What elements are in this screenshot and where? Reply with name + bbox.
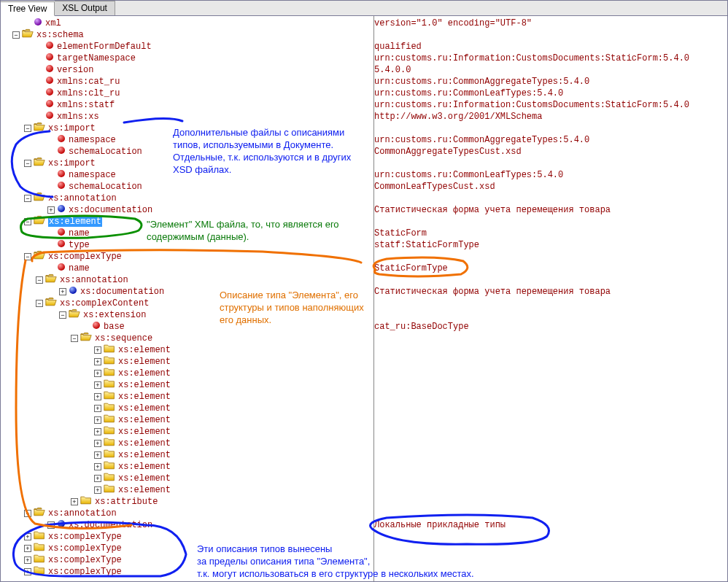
tree-row[interactable]: schemaLocation: [1, 146, 373, 158]
tree-node-label[interactable]: schemaLocation: [69, 147, 142, 157]
tree-row[interactable]: base: [1, 321, 373, 333]
tree-node-label[interactable]: xs:attribute: [95, 497, 158, 507]
tree-row[interactable]: xmlns:xs: [1, 111, 373, 123]
tree-row[interactable]: +xs:documentation: [1, 204, 373, 216]
tree-row[interactable]: −xs:annotation: [1, 274, 373, 286]
tree-node-label[interactable]: xs:element: [118, 438, 171, 449]
tree-node-label[interactable]: xs:element: [118, 473, 171, 484]
tree-row[interactable]: xmlns:cat_ru: [1, 76, 373, 88]
tree-node-label[interactable]: type: [69, 240, 90, 250]
tree-toggle[interactable]: −: [24, 253, 31, 260]
tree-toggle[interactable]: +: [94, 416, 101, 424]
tree-node-label[interactable]: xs:element: [118, 462, 171, 472]
tree-node-label[interactable]: xs:import: [48, 123, 96, 133]
tree-row[interactable]: −xs:sequence: [1, 333, 373, 344]
tree-toggle[interactable]: +: [94, 440, 101, 447]
tree-row[interactable]: namespace: [1, 169, 373, 181]
tree-toggle[interactable]: −: [36, 300, 43, 307]
tree-toggle[interactable]: +: [59, 288, 66, 295]
tree-node-label[interactable]: xmlns:clt_ru: [57, 88, 120, 98]
tree-toggle[interactable]: +: [94, 358, 101, 365]
tree-toggle[interactable]: −: [12, 31, 20, 39]
tree-toggle[interactable]: −: [24, 125, 31, 132]
tree-row[interactable]: +xs:element: [1, 438, 373, 449]
tree-node-label[interactable]: base: [104, 322, 125, 332]
tree-row[interactable]: +xs:element: [1, 379, 373, 391]
tree-node-label[interactable]: xs:complexType: [48, 567, 122, 577]
tree-node-label[interactable]: xs:complexType: [48, 543, 122, 554]
tree-node-label[interactable]: namespace: [69, 170, 116, 180]
tree-row[interactable]: −xs:schema: [1, 29, 373, 41]
tree-toggle[interactable]: +: [94, 381, 101, 389]
tree-row[interactable]: schemaLocation: [1, 181, 373, 193]
tree-node-label[interactable]: xs:extension: [83, 310, 146, 320]
tree-row[interactable]: −xs:complexType: [1, 251, 373, 263]
tree-row[interactable]: −xs:complexContent: [1, 298, 373, 309]
tree-row[interactable]: +xs:element: [1, 368, 373, 379]
tree-node-label[interactable]: xs:documentation: [69, 205, 152, 215]
tab-xsl-output[interactable]: XSL Output: [55, 1, 115, 15]
tree-toggle[interactable]: +: [24, 545, 31, 552]
tree-pane[interactable]: Дополнительные файлы с описаниями типов,…: [1, 16, 374, 581]
tree-row[interactable]: +xs:element: [1, 344, 373, 356]
tree-node-label[interactable]: name: [69, 263, 90, 273]
tab-tree-view[interactable]: Tree View: [1, 1, 55, 16]
tree-row[interactable]: xml: [1, 18, 373, 29]
tree-toggle[interactable]: +: [94, 486, 101, 494]
tree-node-label[interactable]: xmlns:cat_ru: [57, 77, 120, 87]
tree-node-label[interactable]: version: [57, 65, 93, 75]
tree-toggle[interactable]: +: [94, 463, 101, 470]
tree-row[interactable]: targetNamespace: [1, 53, 373, 64]
tree-node-label[interactable]: xml: [45, 18, 61, 28]
tree-row[interactable]: −xs:import: [1, 158, 373, 169]
tree-node-label[interactable]: xs:element: [118, 357, 171, 367]
tree-row[interactable]: +xs:element: [1, 426, 373, 438]
tree-row[interactable]: −xs:annotation: [1, 508, 373, 519]
tree-node-label[interactable]: name: [69, 228, 90, 238]
tree-toggle[interactable]: +: [47, 206, 55, 214]
tree-row[interactable]: −xs:element: [1, 216, 373, 228]
tree-node-label[interactable]: xs:schema: [36, 30, 84, 40]
tree-node-label[interactable]: xmlns:xs: [57, 112, 99, 122]
tree-node-label[interactable]: xs:import: [48, 158, 96, 168]
tree-row[interactable]: +xs:complexType: [1, 554, 373, 566]
tree-toggle[interactable]: +: [94, 451, 101, 459]
tree-node-label[interactable]: xs:complexType: [48, 532, 122, 542]
tree-row[interactable]: +xs:complexType: [1, 543, 373, 554]
tree-node-label[interactable]: xs:sequence: [95, 333, 152, 344]
tree-toggle[interactable]: +: [94, 393, 101, 400]
tree-row[interactable]: +xs:attribute: [1, 496, 373, 508]
tree-row[interactable]: namespace: [1, 134, 373, 146]
tree-node-label[interactable]: xs:annotation: [48, 193, 117, 203]
tree-toggle[interactable]: +: [24, 533, 31, 540]
tree-row[interactable]: name: [1, 263, 373, 274]
tree-row[interactable]: +xs:complexType: [1, 566, 373, 578]
tree-row[interactable]: +xs:element: [1, 484, 373, 496]
tree-node-label[interactable]: targetNamespace: [57, 53, 136, 63]
tree-node-label[interactable]: xs:element: [118, 485, 171, 495]
tree-row[interactable]: −xs:annotation: [1, 193, 373, 204]
tree-toggle[interactable]: +: [94, 370, 101, 377]
tree-toggle[interactable]: +: [24, 556, 31, 564]
tree-node-label[interactable]: xs:complexType: [48, 555, 122, 565]
tree-row[interactable]: xmlns:statf: [1, 99, 373, 111]
tree-row[interactable]: −xs:import: [1, 123, 373, 134]
tree-row[interactable]: +xs:element: [1, 403, 373, 414]
tree-toggle[interactable]: +: [94, 346, 101, 354]
tree-row[interactable]: +xs:element: [1, 414, 373, 426]
tree-node-label[interactable]: schemaLocation: [69, 182, 142, 192]
tree-row[interactable]: +xs:complexType: [1, 531, 373, 543]
tree-node-label[interactable]: xs:complexContent: [60, 298, 149, 309]
tree-node-label[interactable]: namespace: [69, 135, 116, 145]
tree-toggle[interactable]: +: [94, 475, 101, 482]
tree-node-label[interactable]: xs:element: [118, 415, 171, 425]
tree-toggle[interactable]: −: [24, 510, 31, 517]
tree-toggle[interactable]: −: [59, 311, 66, 319]
tree-node-label[interactable]: xs:element: [118, 427, 171, 437]
tree-row[interactable]: +xs:documentation: [1, 286, 373, 298]
tree-node-label[interactable]: xs:complexType: [48, 252, 122, 262]
tree-node-label[interactable]: elementFormDefault: [57, 42, 152, 52]
tree-node-label[interactable]: xs:documentation: [69, 520, 152, 530]
tree-row[interactable]: xmlns:clt_ru: [1, 88, 373, 99]
tree-row[interactable]: −xs:extension: [1, 309, 373, 321]
